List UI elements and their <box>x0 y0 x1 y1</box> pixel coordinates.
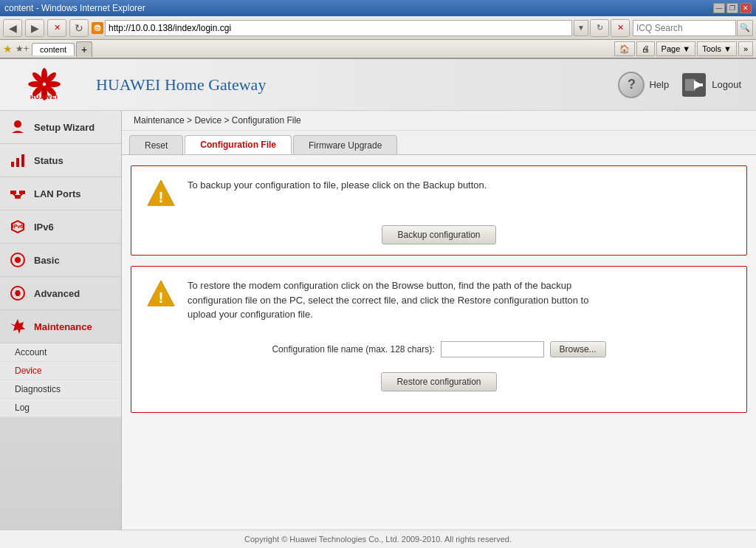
help-label: Help <box>649 79 669 90</box>
stop-page-button[interactable]: ✕ <box>611 19 630 37</box>
search-input[interactable] <box>633 20 736 36</box>
restore-section-body: ! To restore the modem configuration cli… <box>131 267 746 334</box>
restore-form: Configuration file name (max. 128 chars)… <box>131 334 746 412</box>
ipv6-icon: IPv6 <box>7 216 28 237</box>
svg-text:HUAWEI: HUAWEI <box>30 94 58 100</box>
svg-point-15 <box>14 120 21 128</box>
sidebar-item-setup-wizard[interactable]: Setup Wizard <box>0 111 121 144</box>
svg-text:!: ! <box>159 188 164 205</box>
close-button[interactable]: ✕ <box>740 3 752 13</box>
browser-tab-content[interactable]: content <box>32 43 75 55</box>
restore-button[interactable]: ❐ <box>726 3 738 13</box>
huawei-logo: HUAWEI <box>15 64 74 105</box>
restore-configuration-button[interactable]: Restore configuration <box>381 372 496 391</box>
svg-rect-20 <box>19 191 25 194</box>
sidebar-item-lan-ports[interactable]: LAN Ports <box>0 177 121 210</box>
svg-rect-17 <box>16 158 19 167</box>
toolbar-right: 🏠 🖨 Page ▼ Tools ▼ » <box>614 41 753 56</box>
sidebar-subnav: Account Device Diagnostics Log <box>0 343 121 417</box>
browser-favicon: @ <box>92 22 103 34</box>
add-favorites-icon[interactable]: ★+ <box>16 44 29 54</box>
sidebar-label-advanced: Advanced <box>34 288 80 299</box>
app-footer: Copyright © Huawei Technologies Co., Ltd… <box>0 530 756 548</box>
sidebar-item-ipv6[interactable]: IPv6 IPv6 <box>0 210 121 244</box>
backup-description-text: To backup your configuration to file, pl… <box>188 178 732 193</box>
warning-icon-backup: ! <box>146 178 176 208</box>
svg-point-26 <box>15 257 21 263</box>
basic-icon <box>7 250 28 270</box>
page-button[interactable]: Page ▼ <box>656 41 696 56</box>
tab-reset[interactable]: Reset <box>129 135 183 154</box>
svg-text:@: @ <box>94 25 100 32</box>
search-button[interactable]: 🔍 <box>737 20 753 36</box>
restore-description-text: To restore the modem configuration click… <box>188 278 732 322</box>
app-header: HUAWEI HUAWEI Home Gateway ? Help <box>0 59 756 111</box>
favorites-star-icon[interactable]: ★ <box>3 43 13 55</box>
sidebar-subitem-account[interactable]: Account <box>0 343 121 362</box>
logout-label: Logout <box>712 79 741 90</box>
restore-description: To restore the modem configuration click… <box>188 278 732 322</box>
restore-btn-row: Restore configuration <box>146 366 732 402</box>
logo-area: HUAWEI HUAWEI Home Gateway <box>15 64 266 105</box>
go-button[interactable]: ▼ <box>574 20 588 36</box>
sidebar-subitem-log[interactable]: Log <box>0 399 121 417</box>
refresh-page-button[interactable]: ↻ <box>590 19 609 37</box>
tab-firmware[interactable]: Firmware Upgrade <box>293 135 397 154</box>
svg-text:!: ! <box>159 289 164 306</box>
sidebar-item-basic[interactable]: Basic <box>0 244 121 277</box>
logout-button[interactable]: Logout <box>681 72 741 98</box>
sidebar-label-lan-ports: LAN Ports <box>34 188 81 199</box>
svg-rect-14 <box>695 83 703 86</box>
sidebar: Setup Wizard Status LAN Ports IPv6 IPv6 <box>0 111 122 530</box>
logo-svg: HUAWEI <box>22 68 66 101</box>
sidebar-subitem-device[interactable]: Device <box>0 362 121 380</box>
tools-button[interactable]: Tools ▼ <box>697 41 737 56</box>
status-icon <box>7 150 28 171</box>
stop-button[interactable]: ✕ <box>47 19 66 37</box>
help-icon: ? <box>618 72 645 98</box>
logout-icon <box>681 72 707 98</box>
svg-rect-19 <box>10 191 16 194</box>
sidebar-item-status[interactable]: Status <box>0 144 121 177</box>
sidebar-label-maintenance: Maintenance <box>34 321 92 332</box>
footer-copyright: Copyright © Huawei Technologies Co., Ltd… <box>244 535 512 544</box>
advanced-icon <box>7 283 28 304</box>
sidebar-label-ipv6: IPv6 <box>34 222 54 233</box>
more-button[interactable]: » <box>738 41 753 56</box>
content-area: Maintenance > Device > Configuration Fil… <box>122 111 756 530</box>
backup-section: ! To backup your configuration to file, … <box>131 165 747 256</box>
sidebar-label-setup-wizard: Setup Wizard <box>34 122 94 133</box>
app-wrapper: HUAWEI HUAWEI Home Gateway ? Help <box>0 59 756 548</box>
breadcrumb: Maintenance > Device > Configuration Fil… <box>122 111 756 131</box>
tab-config-file[interactable]: Configuration File <box>185 135 292 154</box>
address-input[interactable] <box>105 20 572 36</box>
refresh-button[interactable]: ↻ <box>69 19 89 37</box>
wizard-icon <box>7 117 28 137</box>
browse-button[interactable]: Browse... <box>550 341 606 357</box>
back-button[interactable]: ◀ <box>3 19 22 37</box>
lan-icon <box>7 183 28 204</box>
favorites-bar: ★ ★+ content + 🏠 🖨 Page ▼ Tools ▼ » <box>0 40 756 59</box>
new-tab-button[interactable]: + <box>76 41 92 57</box>
search-container: 🔍 <box>633 20 753 36</box>
print-button[interactable]: 🖨 <box>636 41 655 56</box>
home-toolbar-button[interactable]: 🏠 <box>614 41 635 56</box>
sidebar-item-advanced[interactable]: Advanced <box>0 277 121 310</box>
sidebar-label-basic: Basic <box>34 255 60 266</box>
svg-rect-12 <box>685 79 695 91</box>
svg-rect-18 <box>21 154 24 167</box>
restore-section: ! To restore the modem configuration cli… <box>131 266 747 413</box>
backup-btn-row: Backup configuration <box>131 219 746 255</box>
restore-file-input[interactable] <box>441 341 544 357</box>
warning-icon-restore: ! <box>146 278 176 308</box>
backup-configuration-button[interactable]: Backup configuration <box>382 225 495 244</box>
svg-text:IPv6: IPv6 <box>13 224 24 229</box>
sidebar-label-status: Status <box>34 155 63 166</box>
sidebar-subitem-diagnostics[interactable]: Diagnostics <box>0 380 121 399</box>
minimize-button[interactable]: — <box>713 3 725 13</box>
sidebar-item-maintenance[interactable]: Maintenance <box>0 310 121 343</box>
help-button[interactable]: ? Help <box>618 72 669 98</box>
backup-description: To backup your configuration to file, pl… <box>188 178 732 193</box>
forward-button[interactable]: ▶ <box>25 19 44 37</box>
svg-rect-16 <box>11 162 14 167</box>
